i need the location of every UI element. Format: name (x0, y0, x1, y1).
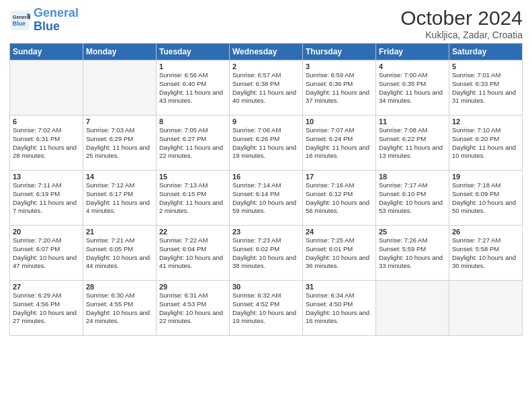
day-info: Sunrise: 7:23 AMSunset: 6:02 PMDaylight:… (232, 236, 300, 271)
sunrise-text: Sunrise: 6:31 AM (159, 291, 226, 300)
month-title: October 2024 (400, 7, 523, 30)
day-number: 21 (86, 228, 153, 236)
daylight-text: Daylight: 10 hours and 41 minutes. (159, 254, 226, 271)
sunset-text: Sunset: 4:55 PM (86, 300, 153, 309)
sunrise-text: Sunrise: 6:29 AM (13, 291, 80, 300)
day-number: 2 (232, 62, 300, 71)
sunrise-text: Sunrise: 7:21 AM (86, 236, 153, 245)
daylight-text: Daylight: 10 hours and 56 minutes. (306, 199, 373, 216)
daylight-text: Daylight: 11 hours and 40 minutes. (232, 89, 300, 106)
day-number: 4 (379, 62, 446, 71)
daylight-text: Daylight: 11 hours and 37 minutes. (306, 89, 373, 106)
calendar-cell: 24Sunrise: 7:25 AMSunset: 6:01 PMDayligh… (303, 226, 376, 281)
day-info: Sunrise: 7:05 AMSunset: 6:27 PMDaylight:… (159, 126, 226, 161)
logo-general: General (34, 6, 79, 19)
day-number: 29 (159, 283, 226, 291)
sunrise-text: Sunrise: 6:32 AM (232, 291, 300, 300)
day-number: 5 (452, 62, 519, 71)
sunset-text: Sunset: 6:04 PM (159, 245, 226, 254)
calendar-cell: 8Sunrise: 7:05 AMSunset: 6:27 PMDaylight… (157, 116, 230, 171)
calendar-cell: 9Sunrise: 7:06 AMSunset: 6:26 PMDaylight… (230, 116, 303, 171)
sunset-text: Sunset: 6:15 PM (159, 190, 226, 199)
day-number: 3 (306, 62, 373, 71)
sunset-text: Sunset: 5:58 PM (452, 245, 519, 254)
day-number: 30 (232, 283, 300, 291)
daylight-text: Daylight: 11 hours and 34 minutes. (379, 89, 446, 106)
daylight-text: Daylight: 11 hours and 43 minutes. (159, 89, 226, 106)
sunset-text: Sunset: 6:19 PM (13, 190, 80, 199)
daylight-text: Daylight: 10 hours and 38 minutes. (232, 254, 300, 271)
sunrise-text: Sunrise: 7:13 AM (159, 181, 226, 190)
day-number: 17 (306, 173, 373, 181)
sunrise-text: Sunrise: 7:07 AM (306, 126, 373, 135)
calendar-cell: 20Sunrise: 7:20 AMSunset: 6:07 PMDayligh… (10, 226, 83, 281)
daylight-text: Daylight: 10 hours and 30 minutes. (452, 254, 519, 271)
day-info: Sunrise: 6:56 AMSunset: 6:40 PMDaylight:… (159, 71, 226, 105)
daylight-text: Daylight: 10 hours and 33 minutes. (379, 254, 446, 271)
location: Kukljica, Zadar, Croatia (400, 30, 523, 40)
day-info: Sunrise: 7:12 AMSunset: 6:17 PMDaylight:… (86, 181, 153, 216)
sunset-text: Sunset: 6:29 PM (86, 135, 153, 144)
daylight-text: Daylight: 11 hours and 28 minutes. (13, 144, 80, 161)
calendar-cell: 13Sunrise: 7:11 AMSunset: 6:19 PMDayligh… (10, 171, 83, 226)
day-info: Sunrise: 6:57 AMSunset: 6:38 PMDaylight:… (232, 71, 300, 105)
sunrise-text: Sunrise: 7:10 AM (452, 126, 519, 135)
sunrise-text: Sunrise: 7:14 AM (232, 181, 300, 190)
calendar-cell (376, 281, 449, 336)
sunrise-text: Sunrise: 7:16 AM (306, 181, 373, 190)
daylight-text: Daylight: 11 hours and 16 minutes. (306, 144, 373, 161)
day-number: 15 (159, 173, 226, 181)
day-number: 20 (13, 228, 80, 236)
daylight-text: Daylight: 10 hours and 59 minutes. (232, 199, 300, 216)
sunset-text: Sunset: 6:02 PM (232, 245, 300, 254)
week-row-4: 27Sunrise: 6:29 AMSunset: 4:56 PMDayligh… (10, 281, 523, 336)
sunrise-text: Sunrise: 7:02 AM (13, 126, 80, 135)
daylight-text: Daylight: 10 hours and 44 minutes. (86, 254, 153, 271)
calendar-cell: 31Sunrise: 6:34 AMSunset: 4:50 PMDayligh… (303, 281, 376, 336)
calendar-cell: 1Sunrise: 6:56 AMSunset: 6:40 PMDaylight… (157, 60, 230, 116)
weekday-header-saturday: Saturday (449, 44, 523, 60)
daylight-text: Daylight: 11 hours and 13 minutes. (379, 144, 446, 161)
day-info: Sunrise: 7:13 AMSunset: 6:15 PMDaylight:… (159, 181, 226, 216)
calendar-cell: 28Sunrise: 6:30 AMSunset: 4:55 PMDayligh… (83, 281, 157, 336)
weekday-header-row: SundayMondayTuesdayWednesdayThursdayFrid… (10, 44, 523, 60)
daylight-text: Daylight: 10 hours and 36 minutes. (306, 254, 373, 271)
sunset-text: Sunset: 4:50 PM (306, 300, 373, 309)
calendar-cell: 12Sunrise: 7:10 AMSunset: 6:20 PMDayligh… (449, 116, 523, 171)
sunrise-text: Sunrise: 7:25 AM (306, 236, 373, 245)
calendar-cell: 29Sunrise: 6:31 AMSunset: 4:53 PMDayligh… (157, 281, 230, 336)
logo-blue: Blue (34, 19, 60, 33)
sunrise-text: Sunrise: 6:57 AM (232, 71, 300, 80)
calendar-cell: 17Sunrise: 7:16 AMSunset: 6:12 PMDayligh… (303, 171, 376, 226)
sunrise-text: Sunrise: 7:22 AM (159, 236, 226, 245)
day-number: 22 (159, 228, 226, 236)
sunrise-text: Sunrise: 7:05 AM (159, 126, 226, 135)
day-info: Sunrise: 7:26 AMSunset: 5:59 PMDaylight:… (379, 236, 446, 271)
day-number: 23 (232, 228, 300, 236)
sunrise-text: Sunrise: 7:03 AM (86, 126, 153, 135)
weekday-header-wednesday: Wednesday (230, 44, 303, 60)
day-info: Sunrise: 7:11 AMSunset: 6:19 PMDaylight:… (13, 181, 80, 216)
sunset-text: Sunset: 4:53 PM (159, 300, 226, 309)
calendar-cell: 22Sunrise: 7:22 AMSunset: 6:04 PMDayligh… (157, 226, 230, 281)
title-block: October 2024 Kukljica, Zadar, Croatia (400, 7, 523, 40)
day-info: Sunrise: 6:29 AMSunset: 4:56 PMDaylight:… (13, 291, 80, 326)
calendar-table: SundayMondayTuesdayWednesdayThursdayFrid… (9, 43, 523, 336)
calendar-cell: 7Sunrise: 7:03 AMSunset: 6:29 PMDaylight… (83, 116, 157, 171)
day-number: 26 (452, 228, 519, 236)
day-info: Sunrise: 7:22 AMSunset: 6:04 PMDaylight:… (159, 236, 226, 271)
sunset-text: Sunset: 6:05 PM (86, 245, 153, 254)
calendar-cell: 4Sunrise: 7:00 AMSunset: 6:35 PMDaylight… (376, 60, 449, 116)
calendar-cell: 3Sunrise: 6:59 AMSunset: 6:36 PMDaylight… (303, 60, 376, 116)
day-info: Sunrise: 7:02 AMSunset: 6:31 PMDaylight:… (13, 126, 80, 161)
day-info: Sunrise: 6:59 AMSunset: 6:36 PMDaylight:… (306, 71, 373, 105)
calendar-cell: 15Sunrise: 7:13 AMSunset: 6:15 PMDayligh… (157, 171, 230, 226)
day-info: Sunrise: 7:16 AMSunset: 6:12 PMDaylight:… (306, 181, 373, 216)
day-info: Sunrise: 7:01 AMSunset: 6:33 PMDaylight:… (452, 71, 519, 105)
sunset-text: Sunset: 6:09 PM (452, 190, 519, 199)
day-number: 24 (306, 228, 373, 236)
weekday-header-friday: Friday (376, 44, 449, 60)
sunrise-text: Sunrise: 6:56 AM (159, 71, 226, 80)
daylight-text: Daylight: 11 hours and 2 minutes. (159, 199, 226, 216)
weekday-header-monday: Monday (83, 44, 157, 60)
